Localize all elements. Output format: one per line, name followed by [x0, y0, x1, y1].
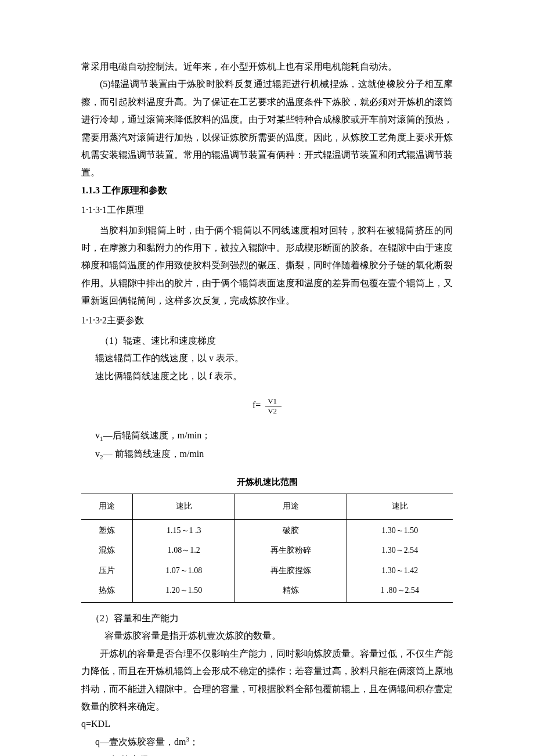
- numerator: V1: [265, 397, 282, 406]
- param-line-2: 辊速辊筒工作的线速度，以 v 表示。: [81, 350, 453, 367]
- param-line-1: （1）辊速、速比和速度梯度: [81, 332, 453, 350]
- table-title: 开炼机速比范围: [81, 474, 453, 491]
- speed-ratio-table: 用途 速比 用途 速比 塑炼 1.15～1 .3 破胶 1.30～1.50 混炼…: [81, 494, 453, 603]
- cell: 混炼: [81, 539, 133, 560]
- cell: 再生胶粉碎: [235, 539, 347, 560]
- heading-1-1-3: 1.1.3 工作原理和参数: [81, 182, 453, 199]
- def-D: D—辊筒直径，cm；: [81, 751, 453, 756]
- capacity-heading: （2）容量和生产能力: [81, 610, 453, 627]
- def-q-text: q—壹次炼胶容量，dm: [95, 737, 186, 747]
- table-row: 压片 1.07～1.08 再生胶捏炼 1.30～1.42: [81, 560, 453, 580]
- paragraph-5: (5)辊温调节装置由于炼胶时胶料反复通过辊距进行机械捏炼，这就使橡胶分子相互摩擦…: [81, 75, 453, 181]
- th-use-2: 用途: [235, 494, 347, 520]
- heading-1-1-3-2: 1·1·3·2主要参数: [81, 312, 453, 329]
- table-row: 混炼 1.08～1.2 再生胶粉碎 1.30～2.54: [81, 539, 453, 560]
- cell: 热炼: [81, 579, 133, 602]
- cell: 1.20～1.50: [133, 579, 235, 602]
- cell: 1.15～1 .3: [133, 519, 235, 539]
- heading-1-1-3-1: 1·1·3·1工作原理: [81, 201, 453, 219]
- th-ratio-2: 速比: [347, 494, 453, 520]
- cell: 1.30～1.42: [347, 560, 453, 580]
- cell: 塑炼: [81, 519, 133, 539]
- table-row: 热炼 1.20～1.50 精炼 1 .80～2.54: [81, 579, 453, 602]
- equation-q: q=KDL: [81, 715, 453, 733]
- capacity-def: 容量炼胶容量是指开炼机壹次炼胶的数量。: [81, 627, 453, 645]
- capacity-para: 开炼机的容量是否合理不仅影响生产能力，同时影响炼胶质量。容量过低，不仅生产能力降…: [81, 645, 453, 716]
- fraction: V1 V2: [265, 397, 282, 415]
- cell: 破胶: [235, 519, 347, 539]
- def-q: q—壹次炼胶容量，dm3；: [81, 733, 453, 751]
- paragraph-continuation: 常采用电磁自动控制法。近年来，在小型开炼机上也有采用电机能耗自动法。: [81, 58, 453, 75]
- cell: 压片: [81, 560, 133, 580]
- param-line-3: 速比俩辊筒线速度之比，以 f 表示。: [81, 368, 453, 385]
- var-v2-sym: v: [95, 449, 100, 459]
- cell: 1 .80～2.54: [347, 579, 453, 602]
- cell: 1.07～1.08: [133, 560, 235, 580]
- cell: 再生胶捏炼: [235, 560, 347, 580]
- var-v1-text: —后辊筒线速度，m/min；: [103, 430, 211, 440]
- cell: 1.08～1.2: [133, 539, 235, 560]
- cell: 1.30～1.50: [347, 519, 453, 539]
- formula-label: f=: [252, 400, 261, 410]
- def-q-end: ；: [189, 737, 199, 747]
- cell: 精炼: [235, 579, 347, 602]
- var-v1: v1—后辊筒线速度，m/min；: [81, 427, 453, 445]
- table-header-row: 用途 速比 用途 速比: [81, 494, 453, 520]
- th-ratio-1: 速比: [133, 494, 235, 520]
- var-v1-sym: v: [95, 430, 100, 440]
- formula-f: f= V1 V2: [81, 397, 453, 415]
- paragraph-principle: 当胶料加到辊筒上时，由于俩个辊筒以不同线速度相对回转，胶料在被辊筒挤压的同时，在…: [81, 222, 453, 310]
- table-row: 塑炼 1.15～1 .3 破胶 1.30～1.50: [81, 519, 453, 539]
- cell: 1.30～2.54: [347, 539, 453, 560]
- var-v2-text: — 前辊筒线速度，m/min: [103, 449, 204, 459]
- denominator: V2: [265, 406, 282, 416]
- th-use-1: 用途: [81, 494, 133, 520]
- var-v2: v2— 前辊筒线速度，m/min: [81, 445, 453, 463]
